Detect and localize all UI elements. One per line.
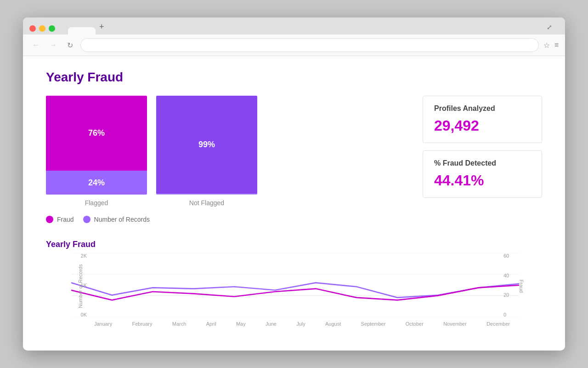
x-oct: October bbox=[406, 321, 424, 327]
x-axis-labels: January February March April May June Ju… bbox=[71, 321, 519, 327]
not-flagged-bottom-segment bbox=[156, 194, 257, 195]
profiles-value: 29,492 bbox=[434, 117, 531, 134]
records-legend-label: Number of Records bbox=[94, 216, 150, 223]
y-right-0: 0 bbox=[503, 312, 506, 317]
y-right-40: 40 bbox=[503, 273, 509, 278]
flagged-label: Flagged bbox=[85, 199, 108, 207]
y-right-60: 60 bbox=[503, 253, 509, 259]
not-flagged-bar: 99% bbox=[156, 96, 257, 195]
legend-records: Number of Records bbox=[83, 216, 150, 223]
y-right-label: Fraud bbox=[519, 280, 525, 293]
traffic-lights bbox=[29, 25, 55, 32]
close-button[interactable] bbox=[29, 25, 36, 32]
active-tab[interactable] bbox=[68, 27, 96, 34]
profiles-card: Profiles Analyzed 29,492 bbox=[423, 96, 542, 143]
stacked-bar-section: 76% 24% Flagged 99% bbox=[46, 96, 257, 223]
flagged-bottom-segment: 24% bbox=[46, 171, 147, 195]
profiles-label: Profiles Analyzed bbox=[434, 104, 531, 113]
flagged-bar: 76% 24% bbox=[46, 96, 147, 195]
x-nov: November bbox=[443, 321, 467, 327]
back-button[interactable]: ← bbox=[29, 39, 42, 51]
legend: Fraud Number of Records bbox=[46, 216, 257, 223]
fraud-legend-dot bbox=[46, 216, 53, 223]
x-sep: September bbox=[361, 321, 386, 327]
bookmark-icon[interactable]: ☆ bbox=[543, 41, 550, 50]
page-content: Yearly Fraud 76% 24% Flagg bbox=[23, 56, 565, 351]
new-tab-button[interactable]: + bbox=[99, 22, 104, 34]
nav-right: ☆ ≡ bbox=[543, 41, 559, 50]
legend-fraud: Fraud bbox=[46, 216, 74, 223]
fraud-detected-value: 44.41% bbox=[434, 172, 531, 189]
not-flagged-top-label: 99% bbox=[198, 140, 215, 150]
x-may: May bbox=[236, 321, 246, 327]
minimize-button[interactable] bbox=[39, 25, 45, 32]
y-axis-left: 2K 1K 0K bbox=[71, 253, 90, 317]
stats-panel: Profiles Analyzed 29,492 % Fraud Detecte… bbox=[423, 96, 542, 198]
flagged-top-segment: 76% bbox=[46, 96, 147, 171]
maximize-button[interactable] bbox=[49, 25, 55, 32]
x-feb: February bbox=[132, 321, 152, 327]
chart-wrapper: Number of Records Fraud 2K 1K 0K 60 40 2… bbox=[46, 253, 542, 327]
flagged-bar-col: 76% 24% Flagged bbox=[46, 96, 147, 207]
not-flagged-top-segment: 99% bbox=[156, 96, 257, 194]
menu-icon[interactable]: ≡ bbox=[554, 41, 559, 50]
flagged-bottom-label: 24% bbox=[88, 178, 105, 188]
address-bar[interactable] bbox=[80, 38, 539, 52]
x-jul: July bbox=[296, 321, 305, 327]
line-chart-svg bbox=[71, 253, 519, 317]
nav-bar: ← → ↻ ☆ ≡ bbox=[23, 34, 565, 56]
stacked-bars: 76% 24% Flagged 99% bbox=[46, 96, 257, 207]
forward-button[interactable]: → bbox=[47, 39, 60, 51]
expand-icon[interactable]: ⤢ bbox=[547, 23, 552, 34]
x-dec: December bbox=[486, 321, 510, 327]
reload-button[interactable]: ↻ bbox=[64, 39, 76, 52]
browser-window: + ⤢ ← → ↻ ☆ ≡ Yearly Fraud bbox=[23, 17, 565, 351]
fraud-detected-label: % Fraud Detected bbox=[434, 159, 531, 167]
page-title: Yearly Fraud bbox=[46, 70, 542, 85]
browser-chrome: + ⤢ ← → ↻ ☆ ≡ bbox=[23, 17, 565, 56]
charts-row: 76% 24% Flagged 99% bbox=[46, 96, 542, 223]
not-flagged-bar-col: 99% Not Flagged bbox=[156, 96, 257, 207]
y-right-20: 20 bbox=[503, 292, 509, 298]
fraud-legend-label: Fraud bbox=[57, 216, 74, 223]
line-chart-title: Yearly Fraud bbox=[46, 240, 542, 249]
records-legend-dot bbox=[83, 216, 90, 223]
x-jun: June bbox=[266, 321, 277, 327]
x-jan: January bbox=[94, 321, 112, 327]
y-axis-right: 60 40 20 0 bbox=[501, 253, 519, 317]
x-aug: August bbox=[325, 321, 341, 327]
flagged-top-label: 76% bbox=[88, 128, 105, 138]
title-bar: + ⤢ bbox=[23, 17, 565, 34]
y-left-0k: 0K bbox=[81, 312, 87, 317]
x-mar: March bbox=[172, 321, 187, 327]
fraud-polyline bbox=[71, 285, 519, 300]
fraud-detected-card: % Fraud Detected 44.41% bbox=[423, 150, 542, 198]
y-left-1k: 1K bbox=[81, 282, 87, 288]
line-chart-section: Yearly Fraud Number of Records Fraud 2K … bbox=[46, 240, 542, 327]
not-flagged-label: Not Flagged bbox=[189, 199, 224, 207]
y-left-2k: 2K bbox=[81, 253, 87, 259]
x-apr: April bbox=[206, 321, 216, 327]
